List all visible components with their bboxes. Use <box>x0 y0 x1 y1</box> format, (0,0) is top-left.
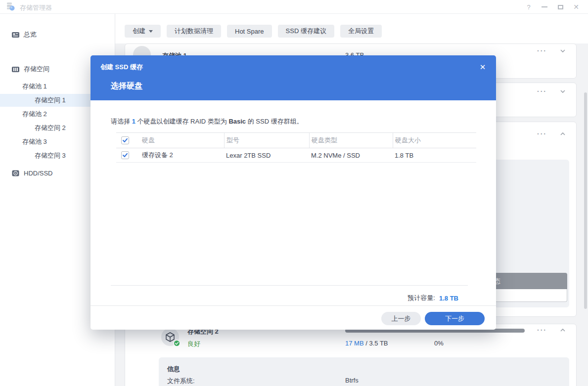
chevron-down-icon[interactable] <box>559 47 567 55</box>
divider <box>90 305 496 306</box>
col-header-size[interactable]: 硬盘大小 <box>393 133 467 148</box>
volume-icon <box>11 65 20 75</box>
divider <box>111 285 468 286</box>
back-button[interactable]: 上一步 <box>381 312 421 325</box>
dialog-buttons: 上一步 下一步 <box>381 312 485 325</box>
sidebar-item-label: 存储池 3 <box>22 137 47 146</box>
dropdown-caret-icon <box>149 30 153 33</box>
capacity-value: 1.8 TB <box>439 295 458 302</box>
more-actions-icon[interactable]: ··· <box>537 47 547 55</box>
select-all-checkbox[interactable] <box>121 136 129 144</box>
more-actions-icon[interactable]: ··· <box>537 130 547 138</box>
healthy-check-icon <box>173 340 181 347</box>
cell-disk-type: M.2 NVMe / SSD <box>309 152 393 159</box>
data-scrubbing-button[interactable]: 计划数据清理 <box>167 25 221 38</box>
sidebar-item-label: 存储空间 3 <box>35 151 66 160</box>
hot-spare-button[interactable]: Hot Spare <box>227 25 272 38</box>
info-title: 信息 <box>167 365 180 374</box>
volume2-used: 17 MB <box>345 340 364 347</box>
dialog-step-title: 选择硬盘 <box>111 81 142 91</box>
maximize-icon[interactable] <box>554 0 567 14</box>
button-label: 计划数据清理 <box>175 27 213 36</box>
ssd-cache-advisor-button[interactable]: SSD 缓存建议 <box>278 25 334 38</box>
create-button-label: 创建 <box>133 27 145 36</box>
sidebar-item-label: 存储池 2 <box>22 110 47 119</box>
hdd-icon <box>11 169 20 179</box>
close-dialog-icon[interactable]: ✕ <box>477 62 488 73</box>
info-panel: 信息 文件系统: Btrfs <box>159 357 569 386</box>
disk-table-header: 硬盘 型号 硬盘类型 硬盘大小 <box>116 132 476 148</box>
volume2-total: / 3.5 TB <box>365 340 388 347</box>
desc-disk-count: 1 <box>132 118 136 125</box>
sidebar-item-label: 总览 <box>24 30 37 39</box>
dialog-header: 创建 SSD 缓存 ✕ 选择硬盘 <box>90 55 496 100</box>
scrollbar-thumb[interactable] <box>584 92 587 309</box>
button-label: 全局设置 <box>348 27 374 36</box>
more-actions-icon[interactable]: ··· <box>537 327 547 335</box>
desc-text: 请选择 <box>111 118 132 125</box>
more-actions-icon[interactable]: ··· <box>537 88 547 96</box>
volume-icon-circle <box>161 328 179 346</box>
storage-manager-window: 存储管理器 ? ✕ 总览 存储空间 存储池 1 存储空间 1 存储池 2 <box>0 0 588 386</box>
volume2-usage: 17 MB / 3.5 TB <box>345 340 388 347</box>
close-window-icon[interactable]: ✕ <box>570 0 583 14</box>
overview-icon <box>11 31 20 41</box>
sidebar-item-label: 存储空间 1 <box>35 96 66 105</box>
cell-disk-model: Lexar 2TB SSD <box>224 152 309 159</box>
filesystem-label: 文件系统: <box>167 377 195 386</box>
sidebar-item-label: 存储空间 <box>24 65 49 74</box>
col-header-disk[interactable]: 硬盘 <box>134 133 224 148</box>
disk-table: 硬盘 型号 硬盘类型 硬盘大小 缓存设备 2 Lexar 2TB SSD M.2… <box>116 132 476 163</box>
global-settings-button[interactable]: 全局设置 <box>340 25 382 38</box>
col-header-type[interactable]: 硬盘类型 <box>309 133 393 148</box>
sidebar-item-label: 存储池 1 <box>22 82 47 91</box>
volume2-card: 存储空间 2 良好 17 MB / 3.5 TB 0% ··· 信息 文件系统:… <box>125 324 577 386</box>
chevron-up-icon[interactable] <box>559 130 567 138</box>
minimize-icon[interactable] <box>538 0 551 14</box>
dialog-description: 请选择 1 个硬盘以创建缓存 RAID 类型为 Basic 的 SSD 缓存群组… <box>111 117 303 126</box>
desc-text: 的 SSD 缓存群组。 <box>246 118 303 125</box>
dialog-title: 创建 SSD 缓存 <box>100 63 143 72</box>
window-title: 存储管理器 <box>20 3 52 12</box>
create-button[interactable]: 创建 <box>125 25 161 38</box>
desc-raid-type: Basic <box>228 118 246 125</box>
row-checkbox[interactable] <box>121 151 129 159</box>
help-icon[interactable]: ? <box>522 0 535 14</box>
chevron-up-icon[interactable] <box>559 326 567 334</box>
create-ssd-cache-dialog: 创建 SSD 缓存 ✕ 选择硬盘 请选择 1 个硬盘以创建缓存 RAID 类型为… <box>90 55 496 330</box>
sidebar-item-label: 存储空间 2 <box>35 124 66 132</box>
sidebar-item-label: HDD/SSD <box>24 170 53 177</box>
toolbar: 创建 计划数据清理 Hot Spare SSD 缓存建议 全局设置 <box>125 25 382 38</box>
estimated-capacity: 预计容量: 1.8 TB <box>407 294 458 302</box>
filesystem-value: Btrfs <box>345 377 359 384</box>
next-button[interactable]: 下一步 <box>425 312 485 325</box>
button-label: Hot Spare <box>235 28 264 35</box>
volume2-status: 良好 <box>187 340 200 348</box>
titlebar: 存储管理器 ? ✕ <box>0 0 588 14</box>
sidebar-item-overview[interactable]: 总览 <box>0 28 115 41</box>
volume2-percent: 0% <box>434 340 444 347</box>
app-icon <box>6 2 15 13</box>
chevron-down-icon[interactable] <box>559 87 567 95</box>
button-label: SSD 缓存建议 <box>286 27 326 36</box>
disk-table-row[interactable]: 缓存设备 2 Lexar 2TB SSD M.2 NVMe / SSD 1.8 … <box>116 148 476 163</box>
cell-disk-name: 缓存设备 2 <box>134 151 224 160</box>
cell-disk-size: 1.8 TB <box>393 152 467 159</box>
col-header-model[interactable]: 型号 <box>224 133 309 148</box>
capacity-label: 预计容量: <box>407 294 435 302</box>
desc-text: 个硬盘以创建缓存 RAID 类型为 <box>136 118 229 125</box>
